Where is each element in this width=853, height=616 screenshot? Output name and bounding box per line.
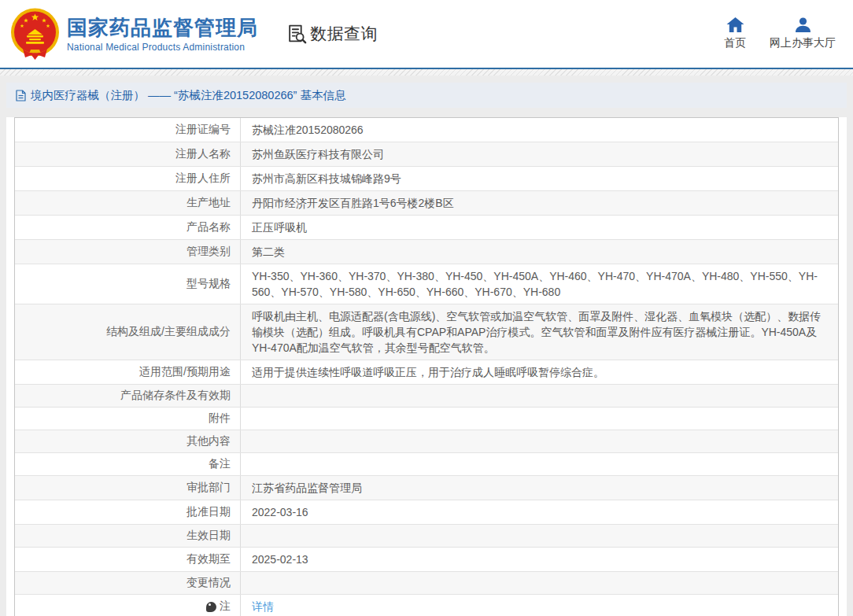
row-label: 型号规格 — [15, 264, 241, 304]
row-label: 注册人名称 — [15, 142, 241, 166]
row-value: 2025-02-13 — [241, 548, 838, 571]
row-value — [241, 453, 838, 475]
row-value: 呼吸机由主机、电源适配器(含电源线)、空气软管或加温空气软管、面罩及附件、湿化器… — [241, 304, 838, 360]
nav-online-hall-label: 网上办事大厅 — [770, 36, 836, 50]
row-value: 苏州鱼跃医疗科技有限公司 — [241, 142, 838, 166]
row-value: 丹阳市经济开发区百胜路1号6号楼2楼B区 — [241, 191, 838, 215]
nav-home[interactable]: 首页 — [724, 17, 746, 50]
user-icon — [794, 17, 812, 33]
row-value: 苏械注准20152080266 — [241, 118, 838, 142]
table-row: 备注 — [15, 453, 838, 476]
table-row: 变更情况 — [15, 572, 838, 595]
table-row: 注册人住所苏州市高新区科技城锦峰路9号 — [15, 167, 838, 191]
row-value: 详情 — [241, 595, 838, 616]
row-value: 2022-03-16 — [241, 500, 838, 524]
table-row: 注册证编号苏械注准20152080266 — [15, 118, 838, 142]
row-value: 正压呼吸机 — [241, 216, 838, 239]
site-titles: 国家药品监督管理局 National Medical Products Admi… — [67, 16, 258, 53]
row-value: YH-350、YH-360、YH-370、YH-380、YH-450、YH-45… — [241, 264, 838, 304]
site-subtitle: National Medical Products Administration — [67, 42, 258, 53]
table-row: 产品名称正压呼吸机 — [15, 216, 838, 240]
row-label: 产品名称 — [15, 216, 241, 239]
row-label: 生产地址 — [15, 191, 241, 215]
table-row: 生效日期 — [15, 525, 838, 548]
nav-online-hall[interactable]: 网上办事大厅 — [770, 17, 836, 50]
table-row: 生产地址丹阳市经济开发区百胜路1号6号楼2楼B区 — [15, 191, 838, 216]
table-row: 适用范围/预期用途适用于提供连续性呼吸道呼吸正压，用于治疗成人睡眠呼吸暂停综合症… — [15, 360, 838, 385]
row-value — [241, 408, 838, 430]
table-row: 产品储存条件及有效期 — [15, 385, 838, 408]
row-label: 注册人住所 — [15, 167, 241, 190]
content-area: 境内医疗器械（注册） —— “苏械注准20152080266” 基本信息 注册证… — [0, 76, 853, 616]
row-value — [241, 525, 838, 547]
row-label: 注册证编号 — [15, 118, 241, 142]
data-query-label: 数据查询 — [310, 23, 378, 45]
row-label: 有效期至 — [15, 548, 241, 571]
row-label: 结构及组成/主要组成成分 — [15, 304, 241, 360]
row-label: 生效日期 — [15, 525, 241, 547]
document-icon — [16, 90, 26, 101]
breadcrumb: 境内医疗器械（注册） —— “苏械注准20152080266” 基本信息 — [6, 83, 847, 108]
row-label: 附件 — [15, 408, 241, 430]
row-label: 管理类别 — [15, 240, 241, 264]
note-balloon-icon — [206, 602, 216, 612]
row-value — [241, 385, 838, 407]
table-row: 审批部门江苏省药品监督管理局 — [15, 476, 838, 500]
row-label: 审批部门 — [15, 476, 241, 500]
row-label: 产品储存条件及有效期 — [15, 385, 241, 407]
row-value — [241, 430, 838, 452]
row-label: 适用范围/预期用途 — [15, 360, 241, 384]
home-icon — [726, 17, 744, 33]
table-row: 有效期至2025-02-13 — [15, 548, 838, 572]
table-row: 注册人名称苏州鱼跃医疗科技有限公司 — [15, 142, 838, 167]
table-row: 批准日期2022-03-16 — [15, 500, 838, 525]
row-label: 其他内容 — [15, 430, 241, 452]
table-row: 管理类别第二类 — [15, 240, 838, 264]
table-row: 型号规格YH-350、YH-360、YH-370、YH-380、YH-450、Y… — [15, 264, 838, 304]
header-nav: 首页 网上办事大厅 — [724, 17, 836, 50]
table-row: 其他内容 — [15, 430, 838, 453]
row-value: 苏州市高新区科技城锦峰路9号 — [241, 167, 838, 190]
page: 国家药品监督管理局 National Medical Products Admi… — [0, 0, 853, 616]
row-label: 备注 — [15, 453, 241, 475]
document-search-icon — [286, 24, 308, 45]
row-value: 适用于提供连续性呼吸道呼吸正压，用于治疗成人睡眠呼吸暂停综合症。 — [241, 360, 838, 384]
row-label: 变更情况 — [15, 572, 241, 594]
row-label: 批准日期 — [15, 500, 241, 524]
row-value — [241, 572, 838, 594]
breadcrumb-text: 境内医疗器械（注册） —— “苏械注准20152080266” 基本信息 — [31, 88, 345, 103]
header-divider — [0, 69, 853, 76]
table-row: 结构及组成/主要组成成分呼吸机由主机、电源适配器(含电源线)、空气软管或加温空气… — [15, 304, 838, 360]
table-row: 附件 — [15, 408, 838, 430]
site-logo[interactable]: 国家药品监督管理局 National Medical Products Admi… — [10, 7, 258, 61]
site-header: 国家药品监督管理局 National Medical Products Admi… — [0, 0, 853, 69]
row-value: 江苏省药品监督管理局 — [241, 476, 838, 500]
row-value: 第二类 — [241, 240, 838, 264]
national-emblem-icon — [10, 7, 60, 61]
detail-link[interactable]: 详情 — [252, 599, 274, 614]
row-label: 注 — [15, 595, 241, 616]
registration-info-table: 注册证编号苏械注准20152080266注册人名称苏州鱼跃医疗科技有限公司注册人… — [14, 117, 839, 616]
table-row: 注详情 — [15, 595, 838, 616]
site-title: 国家药品监督管理局 — [67, 16, 258, 39]
info-card: 注册证编号苏械注准20152080266注册人名称苏州鱼跃医疗科技有限公司注册人… — [6, 117, 847, 616]
nav-home-label: 首页 — [724, 36, 746, 50]
data-query-link[interactable]: 数据查询 — [286, 23, 378, 45]
